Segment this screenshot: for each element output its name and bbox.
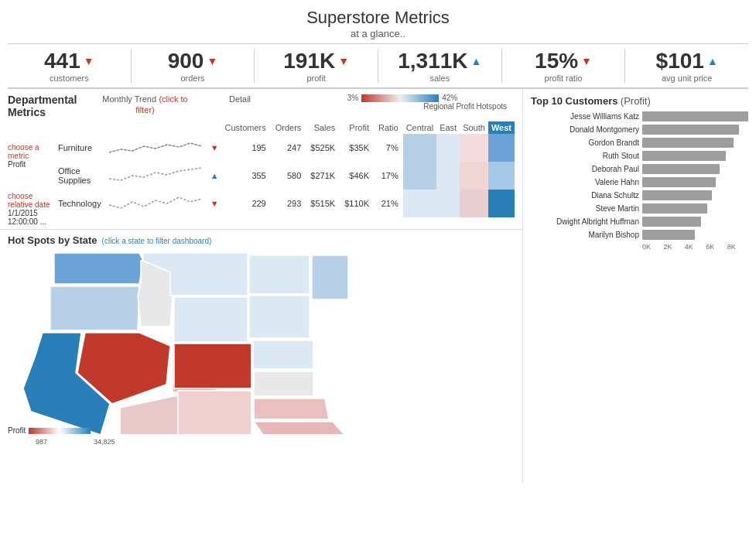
- bar-fill: [642, 203, 707, 214]
- gradient-max: 42%: [442, 94, 457, 102]
- kpi-customers-arrow: ▼: [84, 55, 94, 67]
- row-tech-arrow: ▼: [209, 190, 221, 217]
- bar-axis: 0K 2K 4K 6K 8K: [642, 243, 748, 251]
- kpi-profit-ratio[interactable]: 15% ▼ profit ratio: [502, 49, 626, 83]
- state-wa[interactable]: [54, 253, 143, 284]
- state-wy[interactable]: [174, 297, 248, 342]
- row-office-ratio: 17%: [374, 162, 403, 190]
- col-east: East: [436, 121, 460, 134]
- kpi-orders[interactable]: 900 ▼ orders: [132, 49, 255, 83]
- bar-row: Valerie Hahn: [531, 177, 748, 187]
- row-office-sparkline: [106, 162, 209, 190]
- metric-value: Profit: [8, 160, 53, 169]
- map-container[interactable]: Profit 987 34,825: [8, 249, 515, 435]
- axis-8k: 8K: [727, 243, 748, 251]
- row-tech-orders: 293: [271, 190, 306, 217]
- row-office-west: [488, 162, 515, 190]
- col-sparkline: [106, 121, 209, 134]
- col-south: South: [460, 121, 488, 134]
- bar-label: Jesse Williams Katz: [531, 112, 639, 121]
- state-tx[interactable]: [254, 422, 344, 435]
- page-title: Superstore Metrics: [0, 8, 756, 28]
- bar-row: Jesse Williams Katz: [531, 111, 748, 121]
- kpi-profit-label: profit: [255, 73, 378, 83]
- bar-fill: [642, 177, 716, 187]
- kpi-price-value: $101: [656, 49, 704, 73]
- hotspots-subtitle[interactable]: (click a state to filter dashboard): [102, 237, 212, 245]
- kpi-customers-label: customers: [8, 73, 131, 83]
- kpi-profit[interactable]: 191K ▼ profit: [255, 49, 378, 83]
- state-sd[interactable]: [249, 296, 310, 338]
- us-map[interactable]: [8, 249, 356, 435]
- state-ks[interactable]: [254, 371, 313, 396]
- col-central: Central: [403, 121, 436, 134]
- col-profit: Profit: [340, 121, 374, 134]
- state-mn[interactable]: [312, 255, 348, 299]
- axis-4k: 4K: [685, 243, 706, 251]
- gradient-min: 3%: [347, 94, 358, 102]
- row-furniture-central: [403, 134, 436, 162]
- row-office-sales: $271K: [306, 162, 340, 190]
- right-panel: Top 10 Customers (Profit) Jesse Williams…: [522, 89, 756, 482]
- table-row[interactable]: Furniture ▼ 195 247 $5: [53, 134, 515, 162]
- dept-table-wrapper: Customers Orders Sales Profit Ratio Cent…: [53, 121, 515, 226]
- left-side: Departmental Metrics Monthly Trend (clic…: [0, 89, 522, 482]
- row-office-customers: 355: [221, 162, 271, 190]
- map-legend: Profit: [8, 426, 91, 435]
- kpi-ratio-label: profit ratio: [502, 73, 625, 83]
- row-furniture-east: [436, 134, 460, 162]
- choose-metric-label[interactable]: choose a metric: [8, 143, 53, 160]
- row-furniture-name: Furniture: [53, 134, 106, 162]
- bar-row: Ruth Stout: [531, 151, 748, 161]
- row-office-east: [436, 162, 460, 190]
- state-or[interactable]: [50, 286, 139, 330]
- kpi-sales-arrow: ▲: [471, 55, 482, 67]
- kpi-profit-value: 191K: [283, 49, 335, 73]
- state-co[interactable]: [174, 343, 251, 388]
- choose-date-label[interactable]: choose relative date: [8, 192, 53, 209]
- col-dept: [53, 121, 106, 134]
- row-office-central: [403, 162, 436, 190]
- bar-fill: [642, 230, 695, 240]
- col-sales: Sales: [306, 121, 340, 134]
- row-furniture-arrow: ▼: [209, 134, 221, 162]
- dept-title: Departmental Metrics: [8, 94, 101, 118]
- state-nm[interactable]: [178, 391, 251, 435]
- row-tech-west: [488, 190, 515, 217]
- bar-fill: [642, 138, 734, 148]
- sidebar-column: choose a metric Profit choose relative d…: [8, 121, 53, 226]
- row-tech-sparkline: [106, 190, 209, 217]
- kpi-avg-unit-price[interactable]: $101 ▲ avg unit price: [625, 49, 748, 83]
- row-office-orders: 580: [271, 162, 306, 190]
- row-office-arrow: ▲: [209, 162, 221, 190]
- main-content: Departmental Metrics Monthly Trend (clic…: [0, 89, 756, 482]
- table-row[interactable]: Office Supplies ▲ 355 580 $271K: [53, 162, 515, 190]
- departmental-section: Departmental Metrics Monthly Trend (clic…: [0, 89, 522, 230]
- row-furniture-sales: $525K: [306, 134, 340, 162]
- table-row[interactable]: Technology ▼ 229 293 $515K: [53, 190, 515, 217]
- axis-0k: 0K: [642, 243, 663, 251]
- col-orders: Orders: [271, 121, 306, 134]
- kpi-customers[interactable]: 441 ▼ customers: [8, 49, 132, 83]
- kpi-sales[interactable]: 1,311K ▲ sales: [378, 49, 502, 83]
- row-tech-south: [460, 190, 488, 217]
- state-ne[interactable]: [253, 340, 313, 369]
- col-trend-arrow: [209, 121, 221, 134]
- kpi-price-label: avg unit price: [625, 73, 748, 83]
- axis-2k: 2K: [663, 243, 684, 251]
- kpi-orders-value: 900: [168, 49, 204, 73]
- bar-label: Deborah Paul: [531, 165, 639, 173]
- kpi-price-arrow: ▲: [707, 55, 718, 67]
- kpi-profit-arrow: ▼: [338, 55, 349, 67]
- state-ok[interactable]: [254, 398, 329, 419]
- kpi-sales-value: 1,311K: [398, 49, 467, 73]
- bar-label: Gordon Brandt: [531, 138, 639, 147]
- row-tech-name: Technology: [53, 190, 106, 217]
- regional-hotspot-header: 3% 42% Regional Profit Hotspots: [290, 94, 515, 111]
- row-furniture-customers: 195: [221, 134, 271, 162]
- state-nd[interactable]: [249, 255, 310, 294]
- col-west: West: [488, 121, 515, 134]
- page-subtitle: at a glance..: [0, 28, 756, 39]
- row-tech-ratio: 21%: [374, 190, 403, 217]
- page-header: Superstore Metrics at a glance..: [0, 0, 756, 43]
